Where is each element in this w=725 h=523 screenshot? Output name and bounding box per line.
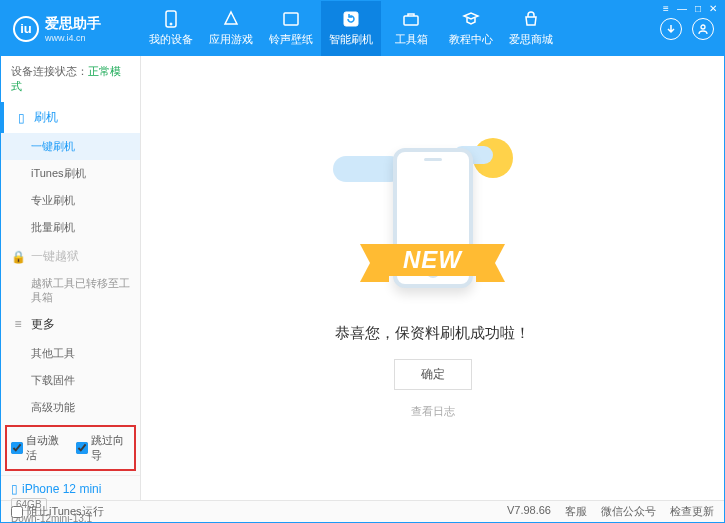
menu-icon[interactable]: ≡ bbox=[663, 3, 669, 14]
options-highlight-box: 自动激活 跳过向导 bbox=[5, 425, 136, 471]
window-controls: ≡ — □ ✕ bbox=[663, 3, 717, 14]
app-name: 爱思助手 bbox=[45, 15, 101, 33]
store-icon bbox=[522, 10, 540, 28]
nav-apps[interactable]: 应用游戏 bbox=[201, 1, 261, 56]
minimize-icon[interactable]: — bbox=[677, 3, 687, 14]
header-bar: iu 爱思助手 www.i4.cn 我的设备 应用游戏 铃声壁纸 智能刷机 工具… bbox=[1, 1, 724, 56]
device-status: 设备连接状态：正常模式 bbox=[1, 56, 140, 102]
sidebar-item-batch-flash[interactable]: 批量刷机 bbox=[1, 214, 140, 241]
svg-rect-2 bbox=[284, 13, 298, 25]
logo-icon: iu bbox=[13, 16, 39, 42]
sidebar-item-itunes-flash[interactable]: iTunes刷机 bbox=[1, 160, 140, 187]
nav-smart-flash[interactable]: 智能刷机 bbox=[321, 1, 381, 56]
success-message: 恭喜您，保资料刷机成功啦！ bbox=[335, 324, 530, 343]
sidebar: 设备连接状态：正常模式 ▯ 刷机 一键刷机 iTunes刷机 专业刷机 批量刷机… bbox=[1, 56, 141, 500]
sidebar-item-advanced[interactable]: 高级功能 bbox=[1, 394, 140, 421]
download-button[interactable] bbox=[660, 18, 682, 40]
main-content: NEW 恭喜您，保资料刷机成功啦！ 确定 查看日志 bbox=[141, 56, 724, 500]
app-url: www.i4.cn bbox=[45, 33, 101, 43]
sidebar-group-flash[interactable]: ▯ 刷机 bbox=[1, 102, 140, 133]
svg-rect-4 bbox=[404, 16, 418, 25]
wallpaper-icon bbox=[282, 10, 300, 28]
apps-icon bbox=[222, 10, 240, 28]
checkbox-skip-guide[interactable]: 跳过向导 bbox=[76, 433, 131, 463]
checkbox-auto-activate[interactable]: 自动激活 bbox=[11, 433, 66, 463]
account-button[interactable] bbox=[692, 18, 714, 40]
sidebar-item-onekey-flash[interactable]: 一键刷机 bbox=[1, 133, 140, 160]
toolbox-icon bbox=[402, 10, 420, 28]
sidebar-item-download-fw[interactable]: 下载固件 bbox=[1, 367, 140, 394]
sidebar-item-other-tools[interactable]: 其他工具 bbox=[1, 340, 140, 367]
sidebar-group-more[interactable]: ≡ 更多 bbox=[1, 309, 140, 340]
footer-link-update[interactable]: 检查更新 bbox=[670, 504, 714, 519]
nav-store[interactable]: 爱思商城 bbox=[501, 1, 561, 56]
svg-point-5 bbox=[701, 25, 705, 29]
footer-link-wechat[interactable]: 微信公众号 bbox=[601, 504, 656, 519]
header-right bbox=[650, 18, 724, 40]
svg-rect-3 bbox=[344, 12, 358, 26]
new-ribbon: NEW bbox=[389, 244, 476, 276]
footer-link-support[interactable]: 客服 bbox=[565, 504, 587, 519]
ok-button[interactable]: 确定 bbox=[394, 359, 472, 390]
view-log-link[interactable]: 查看日志 bbox=[411, 404, 455, 419]
nav-tutorials[interactable]: 教程中心 bbox=[441, 1, 501, 56]
device-name: ▯ iPhone 12 mini bbox=[11, 482, 130, 496]
jailbreak-note: 越狱工具已转移至工具箱 bbox=[1, 272, 140, 309]
checkbox-block-itunes[interactable]: 阻止iTunes运行 bbox=[11, 504, 104, 519]
more-icon: ≡ bbox=[11, 317, 25, 331]
tutorial-icon bbox=[462, 10, 480, 28]
nav-ringtones[interactable]: 铃声壁纸 bbox=[261, 1, 321, 56]
sidebar-group-jailbreak[interactable]: 🔒 一键越狱 bbox=[1, 241, 140, 272]
phone-icon: ▯ bbox=[14, 111, 28, 125]
svg-point-1 bbox=[170, 23, 172, 25]
success-illustration: NEW bbox=[333, 138, 533, 308]
maximize-icon[interactable]: □ bbox=[695, 3, 701, 14]
nav-my-device[interactable]: 我的设备 bbox=[141, 1, 201, 56]
version-label: V7.98.66 bbox=[507, 504, 551, 519]
device-icon: ▯ bbox=[11, 482, 18, 496]
sidebar-item-pro-flash[interactable]: 专业刷机 bbox=[1, 187, 140, 214]
nav-toolbox[interactable]: 工具箱 bbox=[381, 1, 441, 56]
close-icon[interactable]: ✕ bbox=[709, 3, 717, 14]
top-nav: 我的设备 应用游戏 铃声壁纸 智能刷机 工具箱 教程中心 爱思商城 bbox=[141, 1, 650, 56]
lock-icon: 🔒 bbox=[11, 250, 25, 264]
logo-area: iu 爱思助手 www.i4.cn bbox=[1, 15, 141, 43]
refresh-icon bbox=[342, 10, 360, 28]
device-icon bbox=[162, 10, 180, 28]
